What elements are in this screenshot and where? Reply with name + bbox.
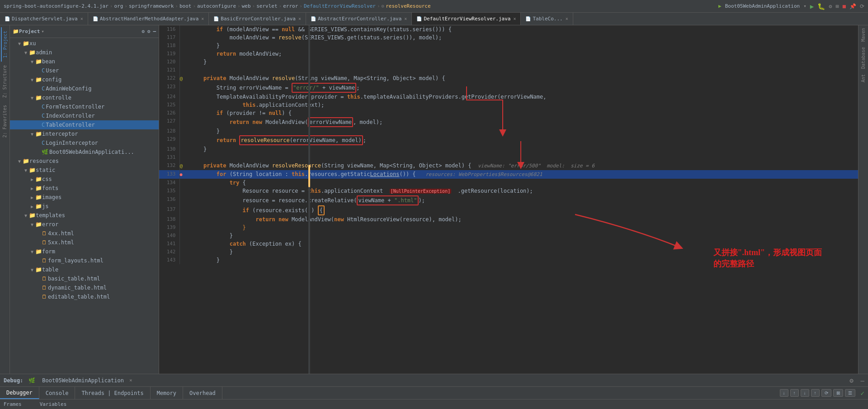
tab-tableco[interactable]: 📄 TableCo... × <box>521 13 573 25</box>
code-content[interactable] <box>189 153 858 162</box>
collapse-icon[interactable]: – <box>153 29 156 34</box>
sidebar-item-project[interactable]: 1: Project <box>1 27 9 62</box>
update-button[interactable]: ⟳ <box>860 3 864 10</box>
step-out-button[interactable]: ↓ <box>801 389 809 397</box>
code-content[interactable]: return resolveResource(errorViewName, mo… <box>189 135 858 145</box>
code-content[interactable]: return new ModelAndView(errorViewName, m… <box>189 117 858 127</box>
code-scroll-area[interactable]: 116 if (modelAndView == null && SERIES_V… <box>159 25 858 374</box>
code-content[interactable]: for (String location : this.resources.ge… <box>189 170 858 179</box>
tree-item-user[interactable]: C User <box>10 66 159 75</box>
debug-minus-icon[interactable]: – <box>861 377 864 384</box>
run-config-name[interactable]: Boot05WebAdminApplication <box>725 3 800 9</box>
more-debug-button[interactable]: ☰ <box>845 389 855 397</box>
code-content[interactable]: if (provider != null) { <box>189 109 858 117</box>
debug-tab-overhead[interactable]: Overhead <box>183 387 222 399</box>
breadcrumb-method[interactable]: resolveResource <box>386 3 430 9</box>
breadcrumb-jar[interactable]: spring-boot-autoconfigure-2.4.1.jar <box>4 3 108 9</box>
code-content[interactable]: private ModelAndView resolveResource(Str… <box>189 162 858 170</box>
tree-item-form[interactable]: ▼ 📁 form <box>10 247 159 256</box>
tree-item-adminwebconfig[interactable]: C AdminWebConfig <box>10 84 159 93</box>
code-content[interactable]: return modelAndView; <box>189 50 858 58</box>
code-content[interactable]: } <box>189 224 858 232</box>
tree-item-css[interactable]: ▶ 📁 css <box>10 175 159 184</box>
coverage-button[interactable]: ⊞ <box>836 3 839 10</box>
tree-item-static[interactable]: ▼ 📁 static <box>10 166 159 175</box>
step-into-button[interactable]: ↑ <box>790 389 799 397</box>
tree-item-fonts[interactable]: ▶ 📁 fonts <box>10 184 159 193</box>
code-content[interactable]: try { <box>189 179 858 187</box>
tree-item-editabletable[interactable]: 🗒 editable_table.html <box>10 292 159 301</box>
code-content[interactable] <box>189 66 858 74</box>
code-content[interactable]: } <box>189 127 858 135</box>
tree-item-tablecontroller[interactable]: C TableController <box>10 120 159 129</box>
tree-item-logininterceptor[interactable]: C LoginInterceptor <box>10 138 159 147</box>
resume-button[interactable]: ⟳ <box>821 389 831 397</box>
tree-item-indexcontroller[interactable]: C IndexController <box>10 111 159 120</box>
debug-tab-console[interactable]: Console <box>39 387 75 399</box>
maven-panel-tab[interactable]: Maven <box>860 25 867 44</box>
tab-defaulterror-close[interactable]: × <box>513 16 516 21</box>
tab-abstracterror-close[interactable]: × <box>404 16 407 21</box>
tab-tableco-close[interactable]: × <box>566 16 568 21</box>
tree-item-images[interactable]: ▶ 📁 images <box>10 193 159 202</box>
tree-item-4xx[interactable]: 🗒 4xx.html <box>10 229 159 238</box>
code-content[interactable]: Resource resource = this.applicationCont… <box>189 187 858 195</box>
code-content[interactable]: } <box>189 145 858 153</box>
tree-item-templates[interactable]: ▼ 📁 templates <box>10 211 159 220</box>
debug-app-close[interactable]: × <box>129 377 132 383</box>
breadcrumb-org[interactable]: org <box>114 3 123 9</box>
project-tree[interactable]: ▼ 📁 xu ▼ 📁 admin ▼ 📁 bean C User <box>10 38 159 374</box>
sync-icon[interactable]: ⚙ <box>142 29 145 34</box>
code-content[interactable]: this.applicationContext); <box>189 101 858 109</box>
breadcrumb-springframework[interactable]: springframework <box>129 3 174 9</box>
tab-abstracterror[interactable]: 📄 AbstractErrorController.java × <box>306 13 412 25</box>
tree-item-config[interactable]: ▼ 📁 config <box>10 75 159 84</box>
breadcrumb-class[interactable]: DefaultErrorViewResolver <box>304 3 376 9</box>
step-over-button[interactable]: ↓ <box>780 389 788 397</box>
debug-tab-debugger[interactable]: Debugger <box>0 387 39 399</box>
tree-item-error-folder[interactable]: ▼ 📁 error <box>10 220 159 229</box>
tree-item-js[interactable]: ▶ 📁 js <box>10 202 159 211</box>
tree-item-5xx[interactable]: 🗒 5xx.html <box>10 238 159 247</box>
code-content[interactable]: modelAndView = resolve(SERIES_VIEWS.get(… <box>189 33 858 42</box>
sidebar-item-favorites[interactable]: 2: Favorites <box>1 101 8 141</box>
breadcrumb-boot[interactable]: boot <box>179 3 192 9</box>
run-button[interactable]: ▶ <box>810 3 814 10</box>
code-content[interactable]: TemplateAvailabilityProvider provider = … <box>189 93 858 101</box>
stop-debug-button[interactable]: ⊠ <box>833 389 843 397</box>
tab-abstracthandler[interactable]: 📄 AbstractHandlerMethodAdapter.java × <box>88 13 209 25</box>
tree-item-admin[interactable]: ▼ 📁 admin <box>10 48 159 57</box>
code-content[interactable]: } <box>189 248 858 256</box>
code-content[interactable]: catch (Exception ex) { <box>189 240 858 248</box>
tree-item-table[interactable]: ▼ 📁 table <box>10 265 159 274</box>
tab-defaulterror[interactable]: 📄 DefaultErrorViewResolver.java × <box>412 13 521 25</box>
code-content[interactable]: return new ModelAndView(new HtmlResource… <box>189 215 858 224</box>
tab-abstracthandler-close[interactable]: × <box>201 16 204 21</box>
code-content[interactable]: if (modelAndView == null && SERIES_VIEWS… <box>189 25 858 33</box>
tab-dispatcher[interactable]: 📄 DispatcherServlet.java × <box>0 13 88 25</box>
tab-basicerror-close[interactable]: × <box>298 16 301 21</box>
tab-dispatcher-close[interactable]: × <box>80 16 83 21</box>
breadcrumb-web[interactable]: web <box>242 3 251 9</box>
tree-item-controlle[interactable]: ▼ 📁 controlle <box>10 93 159 102</box>
ant-panel-tab[interactable]: Ant <box>860 71 867 85</box>
debug-button[interactable]: 🐛 <box>817 3 825 10</box>
breadcrumb-servlet[interactable]: servlet <box>256 3 277 9</box>
run-to-cursor-button[interactable]: ↑ <box>811 389 820 397</box>
pin-button[interactable]: 📌 <box>849 3 856 10</box>
code-content[interactable]: } <box>189 256 858 264</box>
code-content[interactable]: if (resource.exists()) { <box>189 205 858 215</box>
debug-settings-icon[interactable]: ⚙ <box>849 377 853 384</box>
debug-tab-threads[interactable]: Threads | Endpoints <box>75 387 150 399</box>
chevron-down-icon[interactable]: ▾ <box>803 3 807 9</box>
code-editor[interactable]: 116 if (modelAndView == null && SERIES_V… <box>159 25 858 374</box>
tree-item-boot05[interactable]: 🌿 Boot05WebAdminApplicati... <box>10 147 159 157</box>
project-dropdown[interactable]: ▾ <box>41 29 44 34</box>
tree-item-dynamictable[interactable]: 🗒 dynamic_table.html <box>10 283 159 292</box>
breadcrumb-error[interactable]: error <box>283 3 298 9</box>
stop-button[interactable]: ■ <box>843 3 846 10</box>
tree-item-bean[interactable]: ▼ 📁 bean <box>10 57 159 66</box>
code-content[interactable]: } <box>189 42 858 50</box>
tree-item-resources[interactable]: ▼ 📁 resources <box>10 157 159 166</box>
sidebar-item-structure[interactable]: Z: Structure <box>1 62 8 101</box>
